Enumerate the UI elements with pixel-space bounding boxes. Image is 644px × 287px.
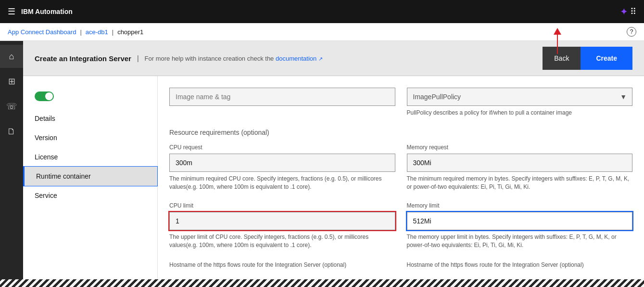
image-pull-policy-wrapper: ImagePullPolicy ▼ (407, 88, 633, 106)
sidebar-icon-grid[interactable]: ⊞ (0, 70, 23, 93)
memory-request-label: Memory request (407, 144, 633, 151)
nav-item-service[interactable]: Service (23, 186, 157, 205)
nav-item-license[interactable]: License (23, 147, 157, 167)
main-layout: ⌂ ⊞ ☏ 🗋 Create an Integration Server | F… (0, 41, 644, 284)
section-title: Resource requirements (optional) (169, 129, 632, 136)
image-pull-policy-group: ImagePullPolicy ▼ PullPolicy describes a… (407, 88, 633, 117)
memory-limit-label: Memory limit (407, 202, 633, 209)
breadcrumb-sep-1: | (80, 28, 81, 36)
external-link-icon: ↗ (318, 56, 323, 62)
hostname-https-left-group: Hostname of the https flows route for th… (169, 261, 395, 269)
breadcrumb-sep-2: | (112, 28, 114, 36)
cpu-request-help: The minimum required CPU core. Specify i… (169, 175, 395, 191)
memory-limit-input[interactable] (407, 212, 633, 230)
page-header-actions: Back Create (543, 47, 632, 70)
logo-text: IBM Automation (21, 8, 73, 15)
create-button[interactable]: Create (581, 47, 632, 70)
cpu-limit-group: CPU limit The upper limit of CPU core. S… (169, 202, 395, 249)
breadcrumb-link-ace[interactable]: ace-db1 (86, 28, 108, 36)
left-nav: Details Version License Runtime containe… (23, 76, 158, 284)
cpu-request-input[interactable] (169, 154, 395, 172)
hostname-row: Hostname of the https flows route for th… (169, 261, 632, 269)
bottom-bar (0, 279, 644, 287)
hostname-https-right-group: Hostname of the https flows route for th… (407, 261, 633, 269)
cpu-request-label: CPU request (169, 144, 395, 151)
form-panel: ImagePullPolicy ▼ PullPolicy describes a… (158, 76, 644, 284)
sidebar-icon-home[interactable]: ⌂ (0, 45, 23, 68)
header-divider: | (137, 54, 139, 62)
memory-request-input[interactable] (407, 154, 633, 172)
page-container: ☰ IBM Automation ✦ ⠿ App Connect Dashboa… (0, 0, 644, 287)
hostname-https-right: Hostname of the https flows route for th… (407, 261, 633, 269)
breadcrumb: App Connect Dashboard | ace-db1 | choppe… (0, 23, 644, 41)
breadcrumb-link-dashboard[interactable]: App Connect Dashboard (8, 28, 76, 36)
page-wrapper: Create an Integration Server | For more … (23, 41, 644, 284)
image-row: ImagePullPolicy ▼ PullPolicy describes a… (169, 88, 632, 117)
image-name-input[interactable] (169, 88, 395, 106)
toggle-switch[interactable] (35, 91, 54, 101)
app-logo: IBM Automation (21, 8, 73, 15)
image-name-group (169, 88, 395, 117)
hostname-https-left: Hostname of the https flows route for th… (169, 261, 395, 269)
cpu-limit-help: The upper limit of CPU core. Specify int… (169, 233, 395, 249)
resource-request-row: CPU request The minimum required CPU cor… (169, 144, 632, 191)
color-icon: ✦ (620, 6, 628, 17)
memory-request-group: Memory request The minimum required memo… (407, 144, 633, 191)
nav-item-version[interactable]: Version (23, 128, 157, 147)
zigzag-pattern (0, 279, 644, 287)
memory-limit-help: The memory upper limit in bytes. Specify… (407, 233, 633, 249)
cpu-limit-label: CPU limit (169, 202, 395, 209)
page-header-title: Create an Integration Server | For more … (35, 54, 323, 63)
image-pull-policy-select[interactable]: ImagePullPolicy (407, 88, 633, 106)
nav-item-runtime-container[interactable]: Runtime container (23, 167, 157, 186)
hamburger-icon[interactable]: ☰ (8, 6, 15, 17)
header-help-text: For more help with instance creation che… (145, 55, 323, 62)
nav-item-details[interactable]: Details (23, 109, 157, 128)
cpu-limit-input[interactable] (169, 212, 395, 230)
toggle-row (23, 88, 157, 109)
help-icon[interactable]: ? (627, 27, 636, 37)
pull-policy-help: PullPolicy describes a policy for if/whe… (407, 109, 633, 117)
sidebar-icons: ⌂ ⊞ ☏ 🗋 (0, 41, 23, 284)
breadcrumb-current: chopper1 (117, 28, 143, 36)
top-nav: ☰ IBM Automation ✦ ⠿ (0, 0, 644, 23)
sidebar-icon-phone[interactable]: ☏ (0, 95, 23, 118)
back-button[interactable]: Back (543, 47, 581, 70)
memory-limit-group: Memory limit The memory upper limit in b… (407, 202, 633, 249)
waffle-icon[interactable]: ⠿ (630, 6, 636, 17)
nav-right-icons: ✦ ⠿ (620, 6, 636, 17)
page-header: Create an Integration Server | For more … (23, 41, 644, 76)
sidebar-icon-doc[interactable]: 🗋 (0, 120, 23, 143)
cpu-request-group: CPU request The minimum required CPU cor… (169, 144, 395, 191)
memory-request-help: The minimum required memory in bytes. Sp… (407, 175, 633, 191)
documentation-link[interactable]: documentation (276, 55, 316, 62)
content-area: Details Version License Runtime containe… (23, 76, 644, 284)
page-title: Create an Integration Server (35, 54, 131, 63)
resource-limit-row: CPU limit The upper limit of CPU core. S… (169, 202, 632, 249)
